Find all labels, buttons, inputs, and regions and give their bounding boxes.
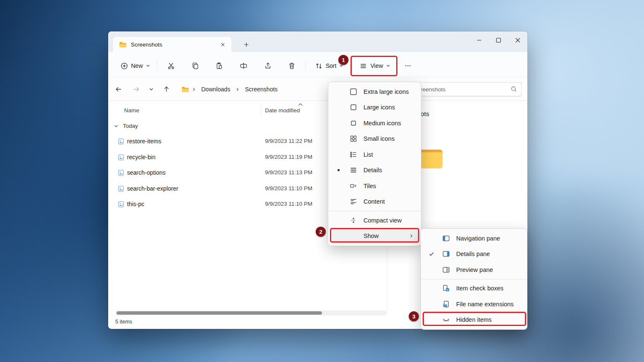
menu-item-small-icons[interactable]: Small icons <box>330 131 419 147</box>
column-header-date-modified[interactable]: Date modified <box>265 107 300 114</box>
menu-item-content[interactable]: Content <box>330 194 419 210</box>
menu-item-extra-large-icons[interactable]: Extra large icons <box>330 84 419 100</box>
breadcrumb-downloads[interactable]: Downloads <box>199 84 233 95</box>
submenu-item-details-pane[interactable]: Details pane <box>423 246 525 262</box>
toolbar-divider <box>305 60 306 70</box>
desktop: Screenshots <box>0 0 644 362</box>
paste-icon <box>215 62 223 70</box>
menu-item-compact-view[interactable]: Compact view <box>330 212 419 228</box>
menu-separator <box>329 211 421 211</box>
sort-button-label: Sort <box>326 62 337 69</box>
details-icon <box>349 166 358 174</box>
folder-icon <box>119 41 127 48</box>
close-icon <box>515 38 520 43</box>
close-button[interactable] <box>508 31 527 49</box>
file-name: restore-items <box>127 138 161 145</box>
new-button[interactable]: New <box>117 58 153 73</box>
chevron-down-icon <box>386 64 390 68</box>
tab-screenshots[interactable]: Screenshots <box>113 37 231 52</box>
view-button[interactable]: View <box>356 58 394 73</box>
submenu-item-file-name-extensions[interactable]: File name extensions <box>423 296 525 312</box>
paste-button[interactable] <box>212 58 227 73</box>
horizontal-scrollbar[interactable] <box>115 310 387 315</box>
back-button[interactable] <box>112 83 125 96</box>
submenu-item-preview-pane[interactable]: Preview pane <box>423 262 525 278</box>
tab-close-icon[interactable] <box>218 40 227 49</box>
copy-icon <box>191 62 200 70</box>
maximize-button[interactable] <box>489 31 508 49</box>
chevron-down-icon <box>146 64 150 68</box>
copy-button[interactable] <box>188 58 203 73</box>
horizontal-scrollbar-thumb[interactable] <box>117 311 322 315</box>
ellipsis-icon <box>404 62 412 70</box>
address-bar: Downloads Screenshots <box>108 78 527 101</box>
file-name: this-pc <box>127 201 144 207</box>
minimize-button[interactable] <box>470 31 489 49</box>
window-controls <box>470 31 527 49</box>
up-button[interactable] <box>160 83 173 96</box>
back-arrow-icon <box>115 85 122 93</box>
scissors-icon <box>167 62 175 70</box>
recent-locations-button[interactable] <box>145 83 158 96</box>
trash-icon <box>288 62 296 70</box>
new-tab-button[interactable] <box>241 39 251 49</box>
forward-button[interactable] <box>130 83 143 96</box>
details-pane-icon <box>442 250 450 258</box>
rename-button[interactable] <box>236 58 251 73</box>
delete-button[interactable] <box>284 58 299 73</box>
menu-item-medium-icons[interactable]: Medium icons <box>330 115 419 131</box>
selected-radio-dot <box>338 169 340 171</box>
check-icon <box>428 251 434 257</box>
more-options-button[interactable] <box>400 58 415 73</box>
view-icon <box>359 62 367 70</box>
hidden-items-eye-icon <box>442 315 450 324</box>
tiles-icon <box>349 182 358 190</box>
column-header-name[interactable]: Name <box>124 107 139 114</box>
image-file-icon <box>117 169 125 176</box>
menu-item-tiles[interactable]: Tiles <box>330 178 419 194</box>
menu-separator <box>421 279 527 279</box>
menu-item-show[interactable]: Show <box>330 228 419 244</box>
item-check-boxes-icon <box>442 284 450 292</box>
preview-pane-icon <box>442 266 450 274</box>
toolbar-divider <box>157 60 157 70</box>
small-icons-icon <box>349 134 358 143</box>
chevron-right-icon <box>192 87 196 92</box>
step-badge-3: 3 <box>409 311 419 321</box>
image-file-icon <box>117 185 125 192</box>
column-divider[interactable] <box>261 104 261 117</box>
file-date: 9/9/2023 11:19 PM <box>265 154 312 160</box>
extra-large-icons-icon <box>349 88 358 96</box>
file-name: search-options <box>127 169 166 176</box>
submenu-item-item-check-boxes[interactable]: Item check boxes <box>423 281 525 297</box>
chevron-down-icon[interactable] <box>114 124 119 129</box>
maximize-icon <box>496 38 501 43</box>
file-date: 9/9/2023 11:13 PM <box>265 169 312 176</box>
cut-button[interactable] <box>164 58 179 73</box>
breadcrumb-screenshots[interactable]: Screenshots <box>242 84 280 95</box>
compact-view-icon <box>349 216 358 225</box>
content-icon <box>349 197 358 206</box>
new-button-label: New <box>131 62 143 69</box>
sort-ascending-chevron-icon <box>298 103 303 106</box>
submenu-item-navigation-pane[interactable]: Navigation pane <box>423 230 525 246</box>
menu-item-large-icons[interactable]: Large icons <box>330 100 419 116</box>
sort-icon <box>315 62 323 70</box>
step-badge-2: 2 <box>316 227 326 237</box>
submenu-item-hidden-items[interactable]: Hidden items <box>423 312 525 328</box>
large-icons-icon <box>349 103 358 111</box>
share-button[interactable] <box>260 58 275 73</box>
show-submenu: Navigation pane Details pane Preview pan… <box>421 228 527 330</box>
file-name: search-bar-explorer <box>127 185 178 192</box>
menu-item-list[interactable]: List <box>330 147 419 163</box>
tab-bar: Screenshots <box>108 31 527 52</box>
image-file-icon <box>117 138 125 145</box>
medium-icons-icon <box>349 119 358 127</box>
minimize-icon <box>477 38 482 43</box>
view-button-label: View <box>370 62 383 69</box>
chevron-down-icon <box>149 87 154 92</box>
file-name-extensions-icon <box>442 300 450 308</box>
search-icon <box>510 85 517 93</box>
menu-item-details[interactable]: Details <box>330 163 419 178</box>
share-icon <box>264 62 272 70</box>
